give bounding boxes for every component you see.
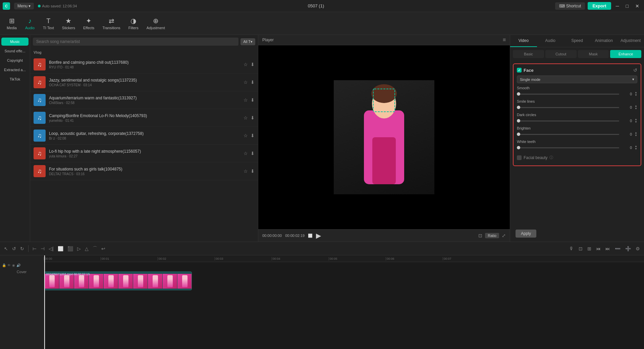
download-button[interactable]: ⬇: [251, 80, 255, 85]
tool-transitions[interactable]: ⇄ Transitions: [99, 15, 123, 32]
subtab-basic[interactable]: Basic: [513, 50, 544, 58]
tab-video[interactable]: Video: [510, 35, 537, 47]
song-title: Loop, acoustic guitar, refreshing, corpo…: [49, 131, 240, 136]
tl-redo[interactable]: ↻: [19, 245, 25, 253]
download-button[interactable]: ⬇: [251, 115, 255, 120]
smooth-decrement[interactable]: ▼: [635, 94, 637, 97]
tl-mirror[interactable]: △: [84, 245, 90, 253]
facial-beauty-checkbox[interactable]: [517, 155, 522, 160]
ruler-mark: 00:03: [215, 257, 272, 260]
favorite-button[interactable]: ☆: [244, 80, 248, 85]
white-teeth-decrement[interactable]: ▼: [635, 148, 637, 150]
dark-circles-thumb[interactable]: [517, 119, 520, 122]
dark-circles-track[interactable]: [517, 120, 619, 121]
song-artist: DELTA2 TRACS · 03:16: [49, 172, 240, 176]
brighten-track[interactable]: [517, 134, 619, 135]
minimize-button[interactable]: ─: [614, 3, 621, 9]
close-button[interactable]: ✕: [633, 3, 641, 9]
download-button[interactable]: ⬇: [251, 168, 255, 174]
download-button[interactable]: ⬇: [251, 151, 255, 156]
all-tag-button[interactable]: All T▾: [240, 38, 255, 45]
left-btn-copyright[interactable]: Copyright: [1, 56, 29, 64]
tl-settings[interactable]: ⚙: [634, 245, 641, 253]
favorite-button[interactable]: ☆: [244, 133, 248, 138]
subtab-enhance[interactable]: Enhance: [610, 50, 641, 58]
fit-screen-button[interactable]: ⊡: [478, 233, 482, 238]
export-button[interactable]: Export: [588, 2, 611, 10]
left-btn-music[interactable]: Music: [1, 38, 29, 46]
tl-split[interactable]: ⊢: [31, 245, 38, 253]
favorite-button[interactable]: ☆: [244, 168, 248, 174]
tl-crop[interactable]: ⬜: [56, 245, 65, 253]
smooth-thumb[interactable]: [517, 92, 520, 96]
download-button[interactable]: ⬇: [251, 133, 255, 138]
download-button[interactable]: ⬇: [251, 97, 255, 103]
song-item[interactable]: ♫ Camping/Bonfire Emotional Lo-Fi No Mel…: [30, 109, 258, 127]
song-item[interactable]: ♫ Loop, acoustic guitar, refreshing, cor…: [30, 127, 258, 145]
song-item[interactable]: ♫ Lo-fi hip hop with a late night atmosp…: [30, 145, 258, 162]
tl-compare[interactable]: ⊞: [586, 245, 593, 253]
tl-delete[interactable]: ⊣: [39, 245, 46, 253]
favorite-button[interactable]: ☆: [244, 115, 248, 120]
tab-adjustment[interactable]: Adjustment: [617, 35, 644, 47]
player-menu-button[interactable]: ≡: [503, 37, 506, 43]
smooth-track[interactable]: [517, 94, 619, 95]
tool-text[interactable]: T TI Text: [40, 15, 57, 32]
smile-lines-decrement[interactable]: ▼: [635, 107, 637, 110]
white-teeth-thumb[interactable]: [517, 146, 520, 149]
favorite-button[interactable]: ☆: [244, 151, 248, 156]
tl-freeze[interactable]: ⬛: [66, 245, 74, 253]
tl-prev-frame[interactable]: ⏮: [595, 245, 602, 253]
brighten-decrement[interactable]: ▼: [635, 134, 637, 137]
maximize-button[interactable]: □: [624, 3, 631, 9]
subtab-cutout[interactable]: Cutout: [545, 50, 577, 58]
tl-split-screen[interactable]: ⊡: [577, 245, 584, 253]
left-btn-sound-effect[interactable]: Sound effe...: [1, 47, 29, 55]
tool-adjustment[interactable]: ⊕ Adjustment: [143, 15, 168, 32]
favorite-button[interactable]: ☆: [244, 62, 248, 67]
song-item[interactable]: ♫ For situations such as girls talk(1004…: [30, 162, 258, 180]
favorite-button[interactable]: ☆: [244, 97, 248, 103]
tool-stickers[interactable]: ★ Stickers: [59, 15, 78, 32]
tl-play-clip[interactable]: ▷: [76, 245, 82, 253]
tool-effects[interactable]: ✦ Effects: [80, 15, 98, 32]
tl-detach[interactable]: ↩: [100, 245, 107, 253]
smile-lines-track[interactable]: [517, 107, 619, 108]
tool-media[interactable]: ⊞ Media: [3, 15, 20, 32]
brighten-thumb[interactable]: [517, 133, 520, 136]
apply-button[interactable]: Apply: [516, 230, 536, 238]
dark-circles-decrement[interactable]: ▼: [635, 121, 637, 123]
tl-next-frame[interactable]: ⏭: [604, 245, 611, 253]
subtab-mask[interactable]: Mask: [578, 50, 609, 58]
left-btn-extracted[interactable]: Extracted a...: [1, 66, 29, 74]
song-item[interactable]: ♫ Aquarium/terrarium warm and fantastic(…: [30, 91, 258, 109]
tool-filters[interactable]: ◑ Filters: [125, 15, 142, 32]
tl-rotate[interactable]: ⌒: [91, 244, 99, 253]
tl-zoom-out[interactable]: ➖: [613, 245, 622, 253]
tl-microphone-button[interactable]: 🎙: [568, 245, 575, 253]
video-track-clip[interactable]: 202405071203.mp4 00:00:02:19: [44, 271, 192, 290]
search-input[interactable]: [33, 38, 238, 46]
play-button[interactable]: ▶: [316, 232, 321, 240]
menu-button[interactable]: Menu ▾: [14, 3, 34, 9]
song-item[interactable]: ♫ Bonfire and calming piano chill out(11…: [30, 56, 258, 73]
smile-lines-thumb[interactable]: [517, 106, 520, 109]
white-teeth-track[interactable]: [517, 147, 619, 148]
ratio-button[interactable]: Ratio: [485, 233, 499, 238]
tl-zoom-in[interactable]: ➕: [624, 245, 632, 253]
download-button[interactable]: ⬇: [251, 62, 255, 67]
song-item[interactable]: ♫ Jazzy, sentimental and nostalgic songs…: [30, 73, 258, 91]
tl-trim-prev[interactable]: ◁|: [47, 245, 55, 253]
tab-audio[interactable]: Audio: [537, 35, 564, 47]
tl-select-tool[interactable]: ↖: [3, 245, 9, 253]
left-btn-tiktok[interactable]: TikTok: [1, 75, 29, 83]
tab-animation[interactable]: Animation: [590, 35, 617, 47]
fullscreen-button[interactable]: ⤢: [502, 233, 506, 238]
tl-undo[interactable]: ↺: [11, 245, 17, 253]
face-enable-checkbox[interactable]: ✓: [517, 68, 522, 72]
face-refresh-button[interactable]: ↺: [633, 67, 637, 73]
shortcut-button[interactable]: ⌨ Shortcut: [555, 2, 585, 10]
face-mode-select[interactable]: Single mode ▾: [517, 76, 637, 83]
tool-audio[interactable]: ♪ Audio: [21, 15, 38, 32]
tab-speed[interactable]: Speed: [564, 35, 591, 47]
